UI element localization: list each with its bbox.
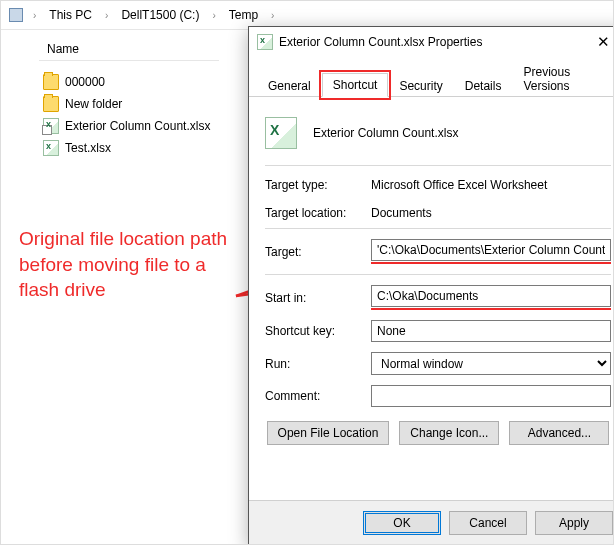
folder-icon xyxy=(43,96,59,112)
run-select[interactable]: Normal window xyxy=(371,352,611,375)
label-start-in: Start in: xyxy=(265,291,365,305)
start-in-input[interactable] xyxy=(371,285,611,307)
shortcut-key-input[interactable] xyxy=(371,320,611,342)
tab-strip: General Shortcut Security Details Previo… xyxy=(249,59,614,97)
pc-icon xyxy=(9,8,23,22)
value-target-type: Microsoft Office Excel Worksheet xyxy=(371,176,611,194)
file-item[interactable]: New folder xyxy=(39,93,261,115)
tab-shortcut[interactable]: Shortcut xyxy=(322,73,389,97)
tab-details[interactable]: Details xyxy=(454,74,513,97)
breadcrumb-item-2[interactable]: Temp xyxy=(222,5,265,25)
tab-general[interactable]: General xyxy=(257,74,322,97)
excel-shortcut-icon xyxy=(43,118,59,134)
excel-icon xyxy=(43,140,59,156)
dialog-title: Exterior Column Count.xlsx Properties xyxy=(279,35,587,49)
file-name: Exterior Column Count.xlsx xyxy=(65,119,210,133)
tab-previous-versions[interactable]: Previous Versions xyxy=(512,60,614,97)
file-list-pane[interactable]: Name 000000 New folder Exterior Column C… xyxy=(1,30,261,159)
file-item[interactable]: Test.xlsx xyxy=(39,137,261,159)
file-name: 000000 xyxy=(65,75,105,89)
dialog-footer: OK Cancel Apply xyxy=(249,500,614,545)
comment-input[interactable] xyxy=(371,385,611,407)
titlebar: Exterior Column Count.xlsx Properties ✕ xyxy=(249,27,614,57)
file-name: Test.xlsx xyxy=(65,141,111,155)
label-target: Target: xyxy=(265,245,365,259)
open-file-location-button[interactable]: Open File Location xyxy=(267,421,390,445)
chevron-right-icon[interactable]: › xyxy=(208,10,219,21)
cancel-button[interactable]: Cancel xyxy=(449,511,527,535)
properties-dialog: Exterior Column Count.xlsx Properties ✕ … xyxy=(248,26,614,545)
divider xyxy=(265,165,611,166)
excel-icon xyxy=(257,34,273,50)
folder-icon xyxy=(43,74,59,90)
target-input[interactable] xyxy=(371,239,611,261)
file-type-icon xyxy=(265,117,297,149)
apply-button[interactable]: Apply xyxy=(535,511,613,535)
file-item[interactable]: 000000 xyxy=(39,71,261,93)
divider xyxy=(265,228,611,229)
chevron-right-icon[interactable]: › xyxy=(267,10,278,21)
label-run: Run: xyxy=(265,357,365,371)
tab-content: Exterior Column Count.xlsx Target type: … xyxy=(249,97,614,500)
label-target-type: Target type: xyxy=(265,178,365,192)
tab-security[interactable]: Security xyxy=(388,74,453,97)
divider xyxy=(265,274,611,275)
filename-label: Exterior Column Count.xlsx xyxy=(309,122,611,144)
advanced-button[interactable]: Advanced... xyxy=(509,421,609,445)
file-item[interactable]: Exterior Column Count.xlsx xyxy=(39,115,261,137)
breadcrumb-item-1[interactable]: DellT1500 (C:) xyxy=(114,5,206,25)
annotation-text: Original file location path before movin… xyxy=(19,226,239,303)
label-comment: Comment: xyxy=(265,389,365,403)
file-name: New folder xyxy=(65,97,122,111)
label-shortcut-key: Shortcut key: xyxy=(265,324,365,338)
change-icon-button[interactable]: Change Icon... xyxy=(399,421,499,445)
value-target-location: Documents xyxy=(371,204,611,222)
column-header-name[interactable]: Name xyxy=(39,38,219,61)
close-button[interactable]: ✕ xyxy=(587,33,614,51)
label-target-location: Target location: xyxy=(265,206,365,220)
chevron-right-icon[interactable]: › xyxy=(101,10,112,21)
breadcrumb-item-0[interactable]: This PC xyxy=(42,5,99,25)
chevron-right-icon[interactable]: › xyxy=(29,10,40,21)
ok-button[interactable]: OK xyxy=(363,511,441,535)
